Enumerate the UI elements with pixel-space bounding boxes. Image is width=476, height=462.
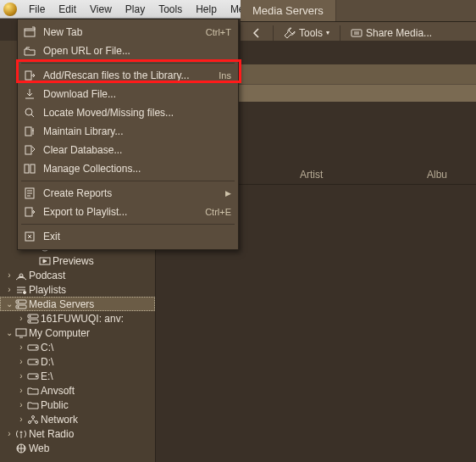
menu-item-label: New Tab [43,26,199,38]
tree-item[interactable]: ›Playlists [0,282,155,297]
podcast-icon [15,270,27,281]
menu-tools[interactable]: Tools [152,2,189,17]
tree-item-label: Media Servers [29,298,94,310]
menu-item-label: Create Reports [43,187,219,199]
twisty-collapsed-icon[interactable]: › [5,429,14,438]
tree-item-label: Podcast [29,270,65,281]
menu-item[interactable]: Export to Playlist...Ctrl+E [18,203,238,221]
svg-point-20 [36,376,37,377]
twisty-expanded-icon[interactable]: ⌄ [5,328,14,337]
tree-item[interactable]: ›Public [0,398,155,412]
toolbar-share-button[interactable]: Share Media... [346,25,437,41]
menu-item-label: Exit [43,231,231,242]
svg-rect-34 [25,208,32,216]
computer-icon [15,328,27,338]
folder-icon [27,400,39,410]
menu-view[interactable]: View [83,2,119,17]
open-icon [23,44,36,58]
tree-item-label: D:\ [41,356,53,368]
twisty-collapsed-icon[interactable]: › [17,415,25,424]
menu-separator [21,224,235,225]
col-artist[interactable]: Artist [291,169,418,181]
menu-item-label: Open URL or File... [43,45,231,57]
menu-file[interactable]: File [22,2,52,17]
chevron-down-icon: ▾ [326,29,329,36]
svg-point-13 [30,320,30,321]
svg-rect-30 [25,146,31,154]
menu-item-label: Clear Database... [43,144,231,156]
menu-item-label: Add/Rescan files to the Library... [43,70,212,81]
submenu-arrow-icon: ▶ [225,189,231,198]
tree-item[interactable]: Previews [0,253,155,268]
menu-play[interactable]: Play [119,2,152,17]
twisty-collapsed-icon[interactable]: › [5,270,14,280]
menu-item[interactable]: New TabCtrl+T [18,23,238,42]
svg-point-28 [25,109,32,115]
tree-item[interactable]: ›Anvsoft [0,383,155,398]
twisty-collapsed-icon[interactable]: › [17,314,25,323]
menu-shortcut: Ins [219,70,231,81]
menu-help[interactable]: Help [189,2,224,17]
tree-item-label: Net Radio [29,428,74,440]
twisty-collapsed-icon[interactable]: › [17,342,25,352]
menu-item[interactable]: Clear Database... [18,141,238,159]
locate-icon [23,106,36,120]
web-icon [15,443,27,454]
tree-item-label: Playlists [29,284,66,296]
menu-separator [21,63,235,64]
svg-rect-29 [25,127,31,136]
svg-point-12 [30,315,30,316]
tab-media-servers[interactable]: Media Servers [241,0,336,21]
preview-icon [39,256,51,266]
menu-item[interactable]: Create Reports▶ [18,184,238,203]
tree-item[interactable]: ›C:\ [0,340,155,354]
drive-icon [27,342,39,353]
twisty-expanded-icon[interactable]: ⌄ [5,299,14,309]
manage-icon [23,162,36,175]
tree-item[interactable]: ⌄My Computer [0,326,155,340]
playlist-icon [15,285,27,295]
radio-icon [15,429,27,439]
menu-item[interactable]: Open URL or File... [18,42,238,60]
toolbar-back-button[interactable] [246,25,268,41]
export-icon [23,205,36,219]
network-icon [27,415,39,425]
tabbar: Media Servers [241,0,476,22]
svg-rect-0 [351,30,362,36]
server-icon [27,314,39,324]
twisty-collapsed-icon[interactable]: › [17,386,25,395]
tree-item[interactable]: ›Net Radio [0,426,155,441]
twisty-collapsed-icon[interactable]: › [17,371,25,381]
toolbar-tools-button[interactable]: Tools ▾ [279,25,335,41]
twisty-collapsed-icon[interactable]: › [5,285,14,294]
svg-point-21 [32,415,35,418]
tree-item[interactable]: ›E:\ [0,369,155,383]
svg-point-8 [18,301,19,302]
tree-item[interactable]: ›D:\ [0,354,155,369]
menu-edit[interactable]: Edit [52,2,83,17]
menu-item[interactable]: Exit [18,227,238,246]
twisty-collapsed-icon[interactable]: › [17,357,25,366]
download-icon [23,87,36,101]
menu-shortcut: Ctrl+E [205,207,231,217]
twisty-collapsed-icon[interactable]: › [17,400,25,409]
tree-item[interactable]: Web [0,441,155,455]
svg-point-5 [24,291,26,293]
menu-item[interactable]: Download File... [18,85,238,103]
menu-item[interactable]: Maintain Library... [18,122,238,141]
tree-item[interactable]: ›161FUWUQI: anv: [0,311,155,326]
folder-icon [27,386,39,396]
clear-icon [23,143,36,157]
tree-item-label: Web [29,443,49,454]
tree-item[interactable]: ⌄Media Servers [0,297,155,311]
tree-item-label: C:\ [41,342,53,353]
col-album[interactable]: Albu [418,169,456,181]
menu-item[interactable]: Manage Collections... [18,159,238,178]
menu-item[interactable]: Locate Moved/Missing files... [18,103,238,122]
tree-item-label: Network [41,414,78,426]
tree-item[interactable]: ›Network [0,412,155,426]
rescan-icon [23,69,36,82]
tree-item[interactable]: ›Podcast [0,268,155,282]
menu-item[interactable]: Add/Rescan files to the Library...Ins [18,66,238,85]
tree-item-label: E:\ [41,370,53,382]
